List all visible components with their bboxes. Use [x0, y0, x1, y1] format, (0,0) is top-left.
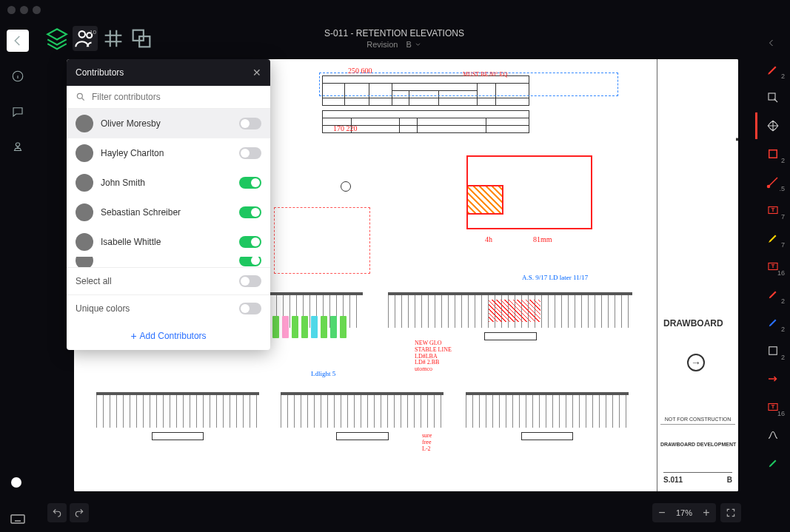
contributor-name: Hayley Charlton — [101, 148, 232, 158]
svg-point-5 — [77, 93, 82, 98]
compare-tool[interactable] — [129, 26, 154, 51]
project-name: DRAWBOARD DEVELOPMENT — [660, 442, 736, 447]
contributor-toggle[interactable] — [239, 206, 261, 218]
zoom-in-button[interactable]: + — [697, 503, 716, 522]
line-tool[interactable]: .5 — [755, 169, 788, 195]
left-rail — [0, 24, 36, 496]
collapse-icon[interactable] — [763, 33, 780, 55]
contributor-row[interactable]: Isabelle Whittle — [67, 227, 270, 257]
contributor-toggle[interactable] — [239, 236, 261, 248]
annotation-red: 4h — [485, 235, 492, 243]
pen-tool[interactable]: 2 — [755, 56, 788, 83]
textbox-tool[interactable]: 16 — [755, 253, 788, 280]
arrow-tool[interactable] — [755, 366, 788, 392]
fit-button[interactable] — [720, 503, 741, 522]
presence-indicator[interactable] — [11, 477, 21, 488]
contributor-toggle[interactable] — [239, 257, 261, 266]
back-button[interactable] — [7, 30, 29, 52]
contributor-name: Oliver Moresby — [101, 118, 232, 129]
zoom-value[interactable]: 17% — [672, 508, 697, 517]
avatar — [76, 174, 93, 192]
top-bar: 10 S-011 - RETENTION ELEVATIONS Revision… — [36, 24, 753, 53]
avatar — [76, 233, 93, 251]
pen-blue-tool[interactable]: 2 — [755, 309, 788, 336]
annotation-red: NEW GLO STABLE LINE LD#LBA LD# 2.BB utom… — [415, 340, 452, 373]
document-title-block: S-011 - RETENTION ELEVATIONS Revision B — [324, 28, 464, 49]
contributor-name: Isabelle Whittle — [101, 237, 232, 247]
contributors-badge: 10 — [90, 29, 96, 36]
contributor-row[interactable]: Sebastian Schreiber — [67, 198, 270, 227]
drawboard-logo: DRAWBOARD — [663, 318, 723, 329]
annotation-blue: A.S. 9/17 LD later 11/17 — [522, 274, 588, 281]
highlighter-tool[interactable]: 7 — [755, 225, 788, 252]
chevron-down-icon — [415, 41, 422, 48]
contributor-toggle[interactable] — [239, 118, 261, 129]
filter-input[interactable] — [92, 92, 261, 102]
annotation-red: 81mm — [533, 235, 552, 243]
contributor-name: John Smith — [101, 178, 232, 188]
north-arrow: → — [687, 354, 705, 371]
comment-icon[interactable] — [7, 101, 29, 123]
contributor-row[interactable]: John Smith — [67, 168, 270, 198]
zoom-out-button[interactable]: − — [652, 503, 672, 522]
close-icon[interactable]: ✕ — [252, 67, 261, 78]
undo-button[interactable] — [47, 503, 67, 522]
annotation-red: 170 220 — [333, 124, 358, 132]
add-contributors-button[interactable]: + Add Contributors — [67, 322, 270, 350]
avatar — [76, 144, 93, 162]
revision-dropdown[interactable]: Revision B — [324, 40, 464, 49]
unique-colors-label: Unique colors — [76, 303, 239, 314]
curve-tool[interactable] — [755, 422, 788, 448]
rect-tool[interactable]: 2 — [755, 141, 788, 167]
annotation-blue: Ldlight 5 — [311, 370, 335, 377]
pen-green-tool[interactable] — [755, 450, 788, 477]
bottom-bar: − 17% + — [36, 499, 753, 526]
avatar — [76, 203, 93, 221]
move-tool[interactable] — [755, 112, 788, 139]
info-icon[interactable] — [7, 65, 29, 87]
document-title: S-011 - RETENTION ELEVATIONS — [324, 28, 464, 38]
contributors-tool[interactable]: 10 — [73, 26, 98, 51]
svg-point-1 — [79, 31, 86, 38]
text-tool[interactable]: 7 — [755, 197, 788, 223]
sheet-number: S.011B — [663, 472, 732, 484]
annotation-red: MUST BE 80° EQ — [463, 71, 507, 78]
pen-red-tool[interactable]: 2 — [755, 281, 788, 308]
stamp-icon[interactable] — [7, 136, 29, 158]
annotation-red: sure free L-2 — [422, 433, 432, 452]
panel-title: Contributors — [76, 67, 124, 78]
contributor-row[interactable]: Hayley Charlton — [67, 138, 270, 168]
right-rail: 2 2 .5 7 7 16 2 2 2 16 — [753, 24, 790, 532]
select-all-label: Select all — [76, 276, 239, 286]
contributors-panel: Contributors ✕ Oliver Moresby Hayley Cha… — [67, 59, 270, 350]
contributor-row[interactable]: Oliver Moresby — [67, 109, 270, 138]
layers-tool[interactable] — [44, 26, 70, 51]
svg-rect-4 — [139, 36, 150, 47]
contributor-toggle[interactable] — [239, 147, 261, 159]
status-text: NOT FOR CONSTRUCTION — [660, 417, 735, 425]
contributor-toggle[interactable] — [239, 177, 261, 189]
unique-colors-toggle[interactable] — [239, 303, 261, 314]
grid-tool[interactable] — [101, 26, 126, 51]
select-all-toggle[interactable] — [239, 275, 261, 287]
svg-rect-11 — [769, 347, 777, 355]
rect-outline-tool[interactable]: 2 — [755, 337, 788, 364]
svg-rect-3 — [133, 30, 144, 41]
select-tool[interactable] — [755, 84, 788, 111]
avatar — [76, 257, 93, 267]
textbox2-tool[interactable]: 16 — [755, 394, 788, 420]
keyboard-icon[interactable] — [9, 510, 27, 525]
window-traffic-lights — [7, 6, 41, 14]
titleblock: brogue DRAWBOARD → NOT FOR CONSTRUCTION … — [657, 59, 738, 491]
svg-rect-7 — [769, 150, 777, 158]
callout: 1 — [341, 181, 351, 192]
annotation-red: 250 600 — [348, 67, 372, 75]
contributor-name: Sebastian Schreiber — [101, 207, 232, 218]
brand-logo: brogue — [732, 81, 738, 142]
zoom-control: − 17% + — [652, 503, 716, 522]
markup-hatch — [466, 185, 503, 215]
search-icon — [76, 92, 86, 102]
redo-button[interactable] — [70, 503, 89, 522]
avatar — [76, 115, 93, 132]
svg-point-8 — [767, 186, 769, 188]
